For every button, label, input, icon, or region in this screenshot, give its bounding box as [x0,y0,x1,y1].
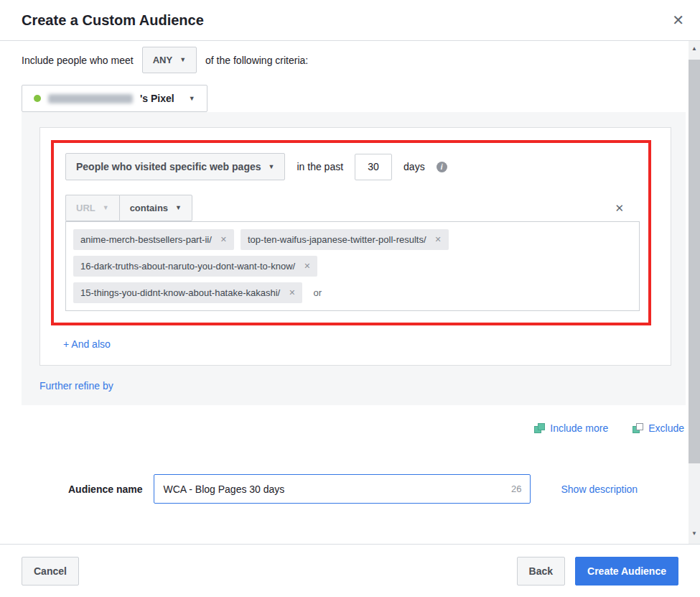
in-the-past-label: in the past [297,161,343,172]
highlighted-criteria-region: People who visited specific web pages ▼ … [51,140,651,325]
remove-tag-icon[interactable]: ✕ [435,235,442,244]
url-field-value: URL [76,203,95,213]
further-refine-link[interactable]: Further refine by [39,380,113,392]
show-description-link[interactable]: Show description [561,483,638,495]
tag-row: anime-merch-bestsellers-part-ii/ ✕ top-t… [73,229,632,250]
include-exclude-row: Include more Exclude [0,422,684,434]
back-button[interactable]: Back [517,557,565,586]
url-tags-input[interactable]: anime-merch-bestsellers-part-ii/ ✕ top-t… [65,221,640,311]
pixel-source-dropdown[interactable]: 's Pixel ▼ [22,85,207,112]
include-rule-row: Include people who meet ANY ▼ of the fol… [0,41,700,73]
url-tag: 16-dark-truths-about-naruto-you-dont-wan… [73,256,317,277]
close-icon[interactable]: ✕ [672,13,684,27]
remove-tag-icon[interactable]: ✕ [289,288,295,297]
and-also-link[interactable]: + And also [63,338,111,350]
include-rule-prefix: Include people who meet [22,55,134,66]
scroll-up-icon[interactable]: ▲ [689,45,700,52]
chevron-down-icon: ▼ [175,205,182,211]
scroll-thumb[interactable] [689,60,700,463]
url-tag-label: anime-merch-bestsellers-part-ii/ [80,234,212,245]
url-tag: anime-merch-bestsellers-part-ii/ ✕ [73,229,234,250]
remove-tag-icon[interactable]: ✕ [304,262,310,271]
tag-row: 16-dark-truths-about-naruto-you-dont-wan… [73,256,632,277]
pixel-active-status-dot [34,95,41,102]
url-tag-label: 15-things-you-didnt-know-about-hatake-ka… [80,287,280,298]
criteria-panel: People who visited specific web pages ▼ … [22,112,686,405]
dialog-footer: Cancel Back Create Audience [0,544,700,597]
scroll-down-icon[interactable]: ▼ [689,530,700,537]
dialog-title: Create a Custom Audience [22,12,204,29]
redacted-pixel-owner-name [48,94,133,103]
dialog-header: Create a Custom Audience ✕ [0,0,700,41]
exclude-icon [633,423,643,434]
url-tag: top-ten-waifus-japanese-twitter-poll-res… [241,229,449,250]
remove-condition-icon[interactable]: ✕ [615,202,624,215]
audience-name-row: Audience name WCA - Blog Pages 30 days 2… [68,474,700,504]
create-custom-audience-dialog: Create a Custom Audience ✕ Include peopl… [0,0,700,597]
url-tag-label: 16-dark-truths-about-naruto-you-dont-wan… [80,261,295,272]
include-more-icon [534,423,545,434]
info-icon[interactable]: i [437,162,447,172]
event-row: People who visited specific web pages ▼ … [65,153,637,180]
remove-tag-icon[interactable]: ✕ [220,235,227,244]
url-tag-label: top-ten-waifus-japanese-twitter-poll-res… [248,234,426,245]
audience-name-value: WCA - Blog Pages 30 days [163,483,284,495]
match-type-dropdown[interactable]: ANY ▼ [142,47,197,73]
chevron-down-icon: ▼ [179,57,186,63]
audience-name-label: Audience name [68,483,142,495]
url-tag: 15-things-you-didnt-know-about-hatake-ka… [73,282,302,303]
pixel-row: 's Pixel ▼ [22,85,700,112]
chevron-down-icon: ▼ [189,96,195,102]
include-rule-suffix: of the following criteria: [205,55,308,66]
event-type-dropdown[interactable]: People who visited specific web pages ▼ [65,153,285,180]
days-label: days [403,161,425,172]
operator-value: contains [130,203,168,213]
match-type-value: ANY [153,55,172,65]
chevron-down-icon: ▼ [103,205,109,211]
char-count: 26 [511,483,521,494]
audience-name-input[interactable]: WCA - Blog Pages 30 days 26 [154,474,531,504]
exclude-label: Exclude [648,422,684,434]
chevron-down-icon: ▼ [269,164,275,170]
event-type-value: People who visited specific web pages [76,161,261,172]
url-field-dropdown[interactable]: URL ▼ [65,195,119,221]
or-label: or [313,287,322,298]
exclude-link[interactable]: Exclude [633,422,684,434]
criteria-card: People who visited specific web pages ▼ … [39,127,671,366]
tag-row: 15-things-you-didnt-know-about-hatake-ka… [73,282,632,303]
cancel-button[interactable]: Cancel [22,557,79,586]
url-condition-row: URL ▼ contains ▼ ✕ [65,195,637,221]
include-more-label: Include more [550,422,608,434]
operator-dropdown[interactable]: contains ▼ [119,195,192,221]
days-input[interactable] [355,154,392,180]
pixel-label: 's Pixel [140,93,174,104]
scrollbar[interactable]: ▲ ▼ [689,41,700,544]
create-audience-button[interactable]: Create Audience [575,557,678,586]
dialog-body: Include people who meet ANY ▼ of the fol… [0,41,700,544]
include-more-link[interactable]: Include more [534,422,608,434]
